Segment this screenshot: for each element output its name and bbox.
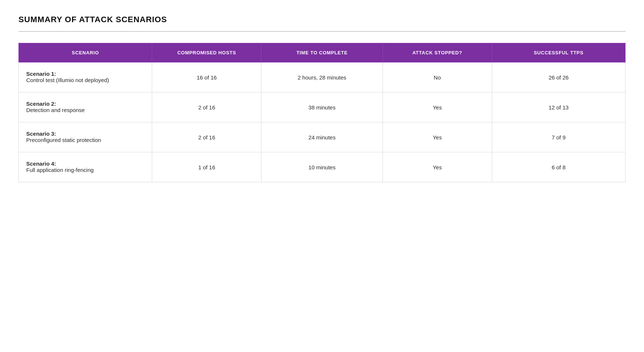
cell-scenario: Scenario 3:Preconfigured static protecti…	[19, 122, 152, 152]
attack-scenarios-table: SCENARIO COMPROMISED HOSTS TIME TO COMPL…	[18, 43, 626, 182]
cell-scenario: Scenario 4:Full application ring-fencing	[19, 152, 152, 182]
cell-ttps: 26 of 26	[492, 62, 625, 92]
cell-stopped: Yes	[383, 152, 492, 182]
cell-hosts: 2 of 16	[152, 122, 261, 152]
cell-scenario: Scenario 2:Detection and response	[19, 92, 152, 122]
cell-hosts: 1 of 16	[152, 152, 261, 182]
header-successful-ttps: SUCCESSFUL TTPs	[492, 43, 625, 62]
cell-ttps: 7 of 9	[492, 122, 625, 152]
cell-stopped: Yes	[383, 92, 492, 122]
section-divider	[18, 31, 626, 32]
cell-time: 24 minutes	[261, 122, 383, 152]
table-row: Scenario 4:Full application ring-fencing…	[19, 152, 626, 182]
cell-scenario: Scenario 1:Control test (Illumio not dep…	[19, 62, 152, 92]
cell-stopped: Yes	[383, 122, 492, 152]
cell-stopped: No	[383, 62, 492, 92]
table-row: Scenario 2:Detection and response2 of 16…	[19, 92, 626, 122]
cell-ttps: 12 of 13	[492, 92, 625, 122]
header-scenario: SCENARIO	[19, 43, 152, 62]
cell-time: 10 minutes	[261, 152, 383, 182]
header-compromised-hosts: COMPROMISED HOSTS	[152, 43, 261, 62]
cell-hosts: 2 of 16	[152, 92, 261, 122]
table-row: Scenario 3:Preconfigured static protecti…	[19, 122, 626, 152]
cell-ttps: 6 of 8	[492, 152, 625, 182]
table-row: Scenario 1:Control test (Illumio not dep…	[19, 62, 626, 92]
page-title: SUMMARY OF ATTACK SCENARIOS	[18, 15, 626, 24]
cell-time: 38 minutes	[261, 92, 383, 122]
cell-hosts: 16 of 16	[152, 62, 261, 92]
table-header-row: SCENARIO COMPROMISED HOSTS TIME TO COMPL…	[19, 43, 626, 62]
header-attack-stopped: ATTACK STOPPED?	[383, 43, 492, 62]
cell-time: 2 hours, 28 minutes	[261, 62, 383, 92]
header-time-to-complete: TIME TO COMPLETE	[261, 43, 383, 62]
